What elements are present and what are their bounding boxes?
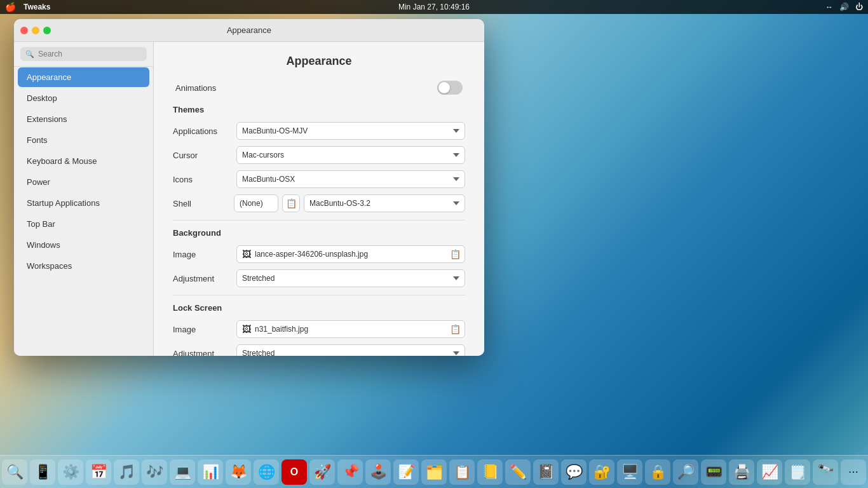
power-icon[interactable]: ⏻ (855, 3, 863, 11)
menubar-clock: Min Jan 27, 10:49:16 (398, 3, 470, 11)
cursor-row: Cursor Mac-cursors default DMZ-White (173, 146, 465, 164)
dock-item-monitor[interactable]: 📊 (198, 459, 223, 485)
dock-item-messages[interactable]: 💬 (561, 459, 587, 485)
cursor-dropdown[interactable]: Mac-cursors default DMZ-White (236, 146, 465, 164)
link-icon: ↔ (825, 3, 833, 11)
dock-item-appstore[interactable]: 📱 (30, 459, 55, 485)
sidebar-item-workspaces[interactable]: Workspaces (18, 256, 149, 276)
lockscreen-adjustment-row: Adjustment Stretched Centered Scaled Til… (173, 344, 465, 356)
menubar-right: ↔ 🔊 ⏻ (825, 3, 863, 11)
dock-item-print[interactable]: 🖨️ (729, 459, 754, 485)
animations-row: Animations (173, 81, 465, 95)
image-icon: 🖼 (242, 249, 251, 259)
dock-item-notes[interactable]: 📝 (393, 459, 419, 485)
cursor-label: Cursor (173, 151, 230, 160)
close-button[interactable] (20, 27, 28, 34)
dock-item-security[interactable]: 🔒 (645, 459, 670, 485)
shell-none-value: (None) (234, 194, 278, 212)
dock-item-launchpad[interactable]: 🎵 (114, 459, 139, 485)
dock-item-keychain[interactable]: 🔐 (589, 459, 614, 485)
lockscreen-adjustment-dropdown[interactable]: Stretched Centered Scaled Tiled Zoom Spa… (236, 344, 465, 356)
sidebar-search-area: 🔍 (14, 42, 153, 67)
shell-row: Shell (None) 📋 MacBuntu-OS-3.2 Adwaita d… (173, 194, 465, 212)
dock-item-notepad[interactable]: 🗒️ (785, 459, 810, 485)
minimize-button[interactable] (32, 27, 39, 34)
dock-item-rocket[interactable]: 🚀 (309, 459, 335, 485)
applications-row: Applications MacBuntu-OS-MJV Adwaita Adw… (173, 122, 465, 140)
background-header: Background (173, 228, 465, 238)
dock-item-clipboard[interactable]: 📋 (449, 459, 475, 485)
sidebar-item-fonts[interactable]: Fonts (18, 130, 149, 150)
animations-toggle[interactable] (437, 81, 463, 95)
main-content: Appearance Animations Themes Application… (154, 42, 484, 356)
animations-label: Animations (175, 83, 216, 93)
applications-label: Applications (173, 126, 230, 136)
sidebar-item-startup-applications[interactable]: Startup Applications (18, 193, 149, 213)
dock: 🔍 📱 ⚙️ 📅 🎵 🎶 💻 📊 🦊 🌐 O 🚀 📌 🕹️ 📝 🗂️ 📋 📒 ✏… (0, 455, 868, 488)
search-input[interactable] (38, 50, 142, 58)
sidebar: 🔍 Appearance Desktop Extensions Fonts Ke… (14, 42, 154, 356)
apple-menu-icon[interactable]: 🍎 (5, 2, 16, 12)
shell-folder-button[interactable]: 📋 (282, 194, 300, 212)
icons-row: Icons MacBuntu-OSX Adwaita hicolor (173, 170, 465, 188)
search-box[interactable]: 🔍 (20, 47, 147, 61)
shell-label: Shell (173, 199, 230, 208)
dock-item-finder[interactable]: 🔍 (2, 459, 27, 485)
dock-item-game[interactable]: 🕹️ (365, 459, 391, 485)
dock-item-manager[interactable]: 📌 (337, 459, 363, 485)
lockscreen-image-value: n31_baitfish.jpg (255, 325, 308, 334)
lockscreen-image-field[interactable]: 🖼 n31_baitfish.jpg 📋 (236, 320, 465, 338)
dock-item-files[interactable]: 🗂️ (421, 459, 447, 485)
icons-dropdown[interactable]: MacBuntu-OSX Adwaita hicolor (236, 170, 465, 188)
sidebar-item-windows[interactable]: Windows (18, 235, 149, 255)
dock-item-code[interactable]: 🖥️ (617, 459, 642, 485)
dock-item-journal[interactable]: 📓 (533, 459, 559, 485)
dock-item-chrome[interactable]: 🌐 (254, 459, 279, 485)
background-adjustment-row: Adjustment Stretched Centered Scaled Til… (173, 269, 465, 287)
sidebar-item-keyboard-mouse[interactable]: Keyboard & Mouse (18, 151, 149, 171)
background-adjustment-dropdown[interactable]: Stretched Centered Scaled Tiled Zoom Spa… (236, 269, 465, 287)
sidebar-item-appearance[interactable]: Appearance (18, 67, 149, 87)
themes-header: Themes (173, 105, 465, 114)
divider-1 (173, 220, 465, 220)
dock-item-textedit[interactable]: ✏️ (505, 459, 531, 485)
tweaks-window: Appearance 🔍 Appearance Desktop Extensio… (14, 19, 484, 356)
lockscreen-image-label: Image (173, 325, 230, 334)
background-image-value: lance-asper-346206-unsplash.jpg (255, 250, 368, 259)
dock-item-terminal[interactable]: 💻 (170, 459, 195, 485)
window-controls (20, 27, 51, 34)
maximize-button[interactable] (43, 27, 51, 34)
shell-dropdown[interactable]: MacBuntu-OS-3.2 Adwaita default (304, 194, 465, 212)
dock-item-telescope[interactable]: 🔭 (813, 459, 838, 485)
sidebar-item-extensions[interactable]: Extensions (18, 109, 149, 129)
volume-icon[interactable]: 🔊 (839, 3, 849, 11)
window-body: 🔍 Appearance Desktop Extensions Fonts Ke… (14, 42, 484, 356)
app-name-menu[interactable]: Tweaks (24, 3, 50, 11)
window-title: Appearance (227, 25, 271, 35)
sidebar-item-power[interactable]: Power (18, 172, 149, 192)
toggle-knob (438, 82, 450, 93)
window-titlebar: Appearance (14, 19, 484, 42)
dock-item-more[interactable]: ⋯ (841, 459, 866, 485)
sidebar-item-top-bar[interactable]: Top Bar (18, 214, 149, 234)
search-icon: 🔍 (25, 50, 34, 58)
dock-item-notebook[interactable]: 📒 (477, 459, 503, 485)
background-image-copy-button[interactable]: 📋 (450, 249, 461, 259)
dock-item-sysprefs[interactable]: ⚙️ (58, 459, 83, 485)
lockscreen-image-icon: 🖼 (242, 324, 251, 334)
menubar-left: 🍎 Tweaks (5, 2, 50, 12)
lockscreen-image-copy-button[interactable]: 📋 (450, 324, 461, 334)
applications-dropdown[interactable]: MacBuntu-OS-MJV Adwaita Adwaita-dark (236, 122, 465, 140)
dock-item-charts[interactable]: 📈 (757, 459, 782, 485)
icons-label: Icons (173, 175, 230, 184)
sidebar-item-desktop[interactable]: Desktop (18, 88, 149, 108)
dock-item-search2[interactable]: 🔎 (673, 459, 698, 485)
dock-item-music[interactable]: 🎶 (142, 459, 167, 485)
background-image-row: Image 🖼 lance-asper-346206-unsplash.jpg … (173, 245, 465, 263)
dock-item-pager[interactable]: 📟 (701, 459, 726, 485)
dock-item-calendar[interactable]: 📅 (86, 459, 111, 485)
background-image-field[interactable]: 🖼 lance-asper-346206-unsplash.jpg 📋 (236, 245, 465, 263)
dock-item-opera[interactable]: O (281, 459, 307, 485)
lock-screen-header: Lock Screen (173, 303, 465, 313)
dock-item-firefox[interactable]: 🦊 (226, 459, 251, 485)
